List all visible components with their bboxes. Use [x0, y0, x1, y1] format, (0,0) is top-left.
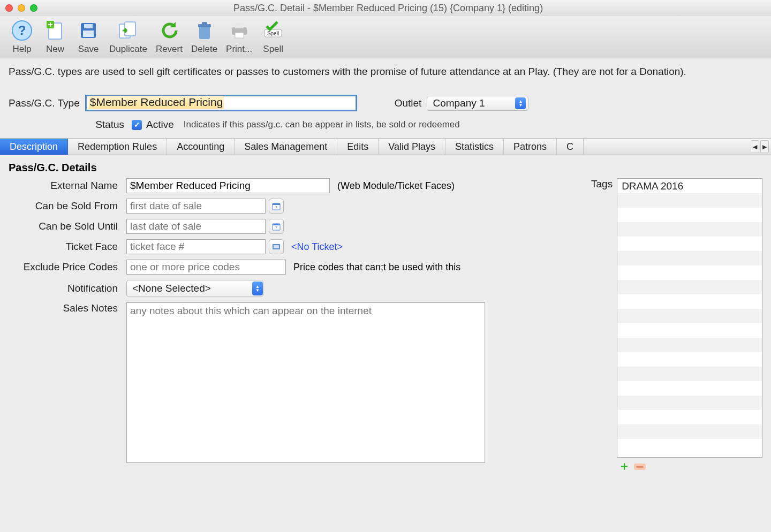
duplicate-icon [116, 18, 140, 43]
duplicate-label: Duplicate [109, 44, 147, 55]
remove-tag-button[interactable]: − [634, 463, 646, 470]
tags-label: Tags [591, 178, 613, 457]
tag-item[interactable]: DRAMA 2016 [617, 179, 762, 193]
delete-label: Delete [191, 44, 217, 55]
tab-valid-plays[interactable]: Valid Plays [379, 139, 445, 155]
svg-rect-6 [83, 31, 94, 37]
spell-label: Spell [263, 44, 283, 55]
revert-button[interactable]: Revert [156, 18, 183, 55]
sold-until-label: Can be Sold Until [9, 221, 126, 232]
chevrons-icon: ▲▼ [515, 97, 526, 109]
notification-value: <None Selected> [132, 283, 211, 294]
add-tag-button[interactable]: ＋ [618, 461, 631, 472]
toolbar: ? Help New Save Duplicate Revert Delete [0, 16, 771, 58]
type-value: $Member Reduced Pricing [89, 96, 224, 109]
svg-rect-24 [274, 245, 279, 248]
delete-button[interactable]: Delete [191, 18, 217, 55]
revert-icon [157, 18, 182, 43]
details-panel: Pass/G.C. Details External Name (Web Mod… [0, 155, 771, 478]
description-note: Pass/G.C. types are used to sell gift ce… [0, 58, 771, 85]
tags-list[interactable]: DRAMA 2016 [617, 178, 762, 458]
svg-rect-9 [199, 26, 210, 39]
duplicate-button[interactable]: Duplicate [109, 18, 147, 55]
sold-until-input[interactable] [126, 219, 266, 234]
sold-from-input[interactable] [126, 199, 266, 214]
tab-scroll-left[interactable]: ◀ [751, 140, 759, 153]
external-name-input[interactable] [126, 178, 330, 193]
lookup-icon[interactable] [269, 239, 284, 254]
status-hint: Indicates if this pass/g.c. can be appea… [184, 119, 460, 130]
type-row: Pass/G.C. Type $Member Reduced Pricing O… [0, 85, 771, 113]
print-icon [227, 18, 252, 43]
new-icon [43, 18, 67, 43]
svg-text:?: ? [18, 23, 26, 37]
save-icon [76, 18, 101, 43]
tab-patrons[interactable]: Patrons [504, 139, 557, 155]
outlet-select[interactable]: Company 1 ▲▼ [427, 96, 528, 111]
save-label: Save [78, 44, 99, 55]
exclude-price-input[interactable] [126, 260, 286, 275]
spell-icon: Spell [261, 18, 285, 43]
close-window-button[interactable] [5, 4, 13, 12]
outlet-label: Outlet [395, 97, 422, 109]
tabs: Description Redemption Rules Accounting … [0, 138, 771, 155]
tab-redemption-rules[interactable]: Redemption Rules [68, 139, 167, 155]
save-button[interactable]: Save [76, 18, 101, 55]
tab-statistics[interactable]: Statistics [445, 139, 504, 155]
active-checkbox[interactable]: ✓ [132, 120, 142, 130]
tab-sales-management[interactable]: Sales Management [235, 139, 337, 155]
new-button[interactable]: New [43, 18, 67, 55]
revert-label: Revert [156, 44, 183, 55]
external-name-label: External Name [9, 180, 126, 192]
tab-edits[interactable]: Edits [337, 139, 379, 155]
tab-scroll-right[interactable]: ▶ [760, 140, 769, 153]
tab-scroll-arrows: ◀ ▶ [751, 140, 769, 153]
chevrons-icon: ▲▼ [252, 282, 263, 295]
calendar-icon[interactable]: 7 [269, 219, 284, 234]
help-label: Help [13, 44, 32, 55]
calendar-icon[interactable]: 7 [269, 199, 284, 214]
ticket-face-input[interactable] [126, 239, 266, 254]
exclude-price-label: Exclude Price Codes [9, 261, 126, 273]
sold-from-label: Can be Sold From [9, 200, 126, 212]
type-input[interactable]: $Member Reduced Pricing [85, 95, 357, 111]
notification-label: Notification [9, 283, 126, 294]
active-label: Active [146, 119, 174, 131]
svg-text:7: 7 [275, 225, 278, 230]
type-label: Pass/G.C. Type [9, 97, 80, 109]
tab-description[interactable]: Description [0, 139, 68, 155]
titlebar: Pass/G.C. Detail - $Member Reduced Prici… [0, 0, 771, 16]
ticket-face-label: Ticket Face [9, 241, 126, 253]
notification-select[interactable]: <None Selected> ▲▼ [126, 280, 263, 297]
status-label: Status [9, 119, 124, 131]
help-icon: ? [10, 18, 34, 43]
ticket-face-note: <No Ticket> [291, 241, 343, 253]
sales-notes-textarea[interactable] [126, 302, 485, 463]
minimize-window-button[interactable] [18, 4, 25, 12]
tab-overflow[interactable]: C [557, 139, 584, 155]
svg-text:Spell: Spell [267, 31, 279, 36]
external-name-note: (Web Module/Ticket Faces) [337, 180, 455, 192]
print-label: Print... [226, 44, 252, 55]
svg-rect-14 [235, 33, 244, 38]
svg-rect-5 [84, 24, 93, 28]
svg-rect-13 [235, 23, 244, 28]
details-heading: Pass/G.C. Details [9, 162, 762, 174]
outlet-value: Company 1 [433, 97, 485, 109]
svg-text:7: 7 [275, 205, 278, 210]
status-row: Status ✓ Active Indicates if this pass/g… [0, 113, 771, 138]
sales-notes-label: Sales Notes [9, 302, 126, 314]
window-title: Pass/G.C. Detail - $Member Reduced Prici… [54, 3, 723, 14]
print-button[interactable]: Print... [226, 18, 252, 55]
spell-button[interactable]: Spell Spell [261, 18, 285, 55]
svg-rect-11 [202, 22, 207, 25]
exclude-price-note: Price codes that can;t be used with this [293, 262, 460, 273]
tab-accounting[interactable]: Accounting [167, 139, 235, 155]
zoom-window-button[interactable] [30, 4, 37, 12]
delete-icon [192, 18, 217, 43]
new-label: New [46, 44, 64, 55]
help-button[interactable]: ? Help [10, 18, 34, 55]
window-controls [5, 4, 37, 12]
